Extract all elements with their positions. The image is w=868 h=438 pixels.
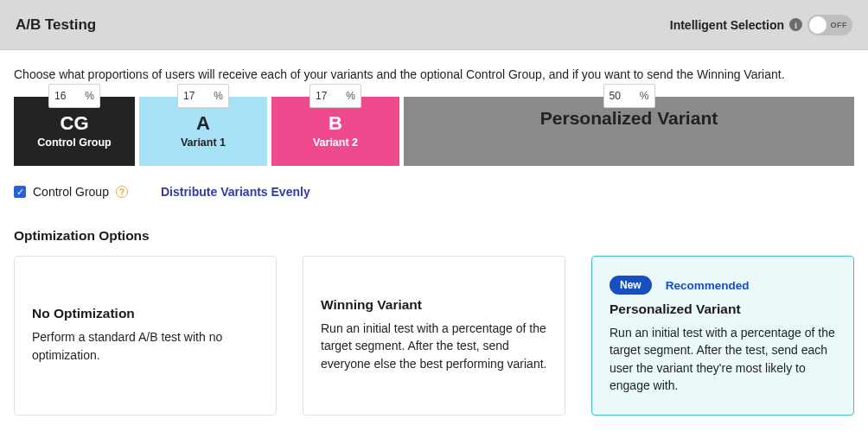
tile-caption: Variant 2 xyxy=(313,136,358,149)
pct-input-a[interactable]: 17 % xyxy=(177,84,229,108)
optimization-cards: No Optimization Perform a standard A/B t… xyxy=(14,256,854,416)
header-bar: A/B Testing Intelligent Selection i OFF xyxy=(0,0,868,50)
card-top-row: New Recommended xyxy=(610,276,836,295)
tile-code: A xyxy=(196,114,210,133)
tile-code: B xyxy=(329,114,342,133)
percent-icon: % xyxy=(85,90,94,102)
pct-input-pv[interactable]: 50 % xyxy=(603,84,655,108)
intelligent-selection-group: Intelligent Selection i OFF xyxy=(670,15,852,35)
description-text: Choose what proportions of users will re… xyxy=(14,67,854,81)
tile-caption: Control Group xyxy=(37,136,111,149)
recommended-label: Recommended xyxy=(666,279,750,292)
percent-icon: % xyxy=(640,90,649,102)
card-title: Winning Variant xyxy=(321,297,547,313)
tile-code: CG xyxy=(61,114,89,133)
main-content: Choose what proportions of users will re… xyxy=(0,50,868,433)
intelligent-selection-label: Intelligent Selection xyxy=(670,18,784,32)
pct-value: 17 xyxy=(316,90,327,102)
pct-input-cg[interactable]: 16 % xyxy=(48,84,100,108)
pct-value: 16 xyxy=(54,90,66,102)
help-icon[interactable]: ? xyxy=(116,186,128,198)
tile-control-group[interactable]: 16 % CG Control Group xyxy=(14,97,135,166)
distribution-tiles: 16 % CG Control Group 17 % A Variant 1 1… xyxy=(14,97,854,166)
tile-personalized-variant[interactable]: 50 % Personalized Variant xyxy=(404,97,854,166)
card-no-optimization[interactable]: No Optimization Perform a standard A/B t… xyxy=(14,256,277,416)
card-title: No Optimization xyxy=(32,306,258,321)
control-group-checkbox-group: ✓ Control Group ? xyxy=(14,185,128,199)
card-winning-variant[interactable]: Winning Variant Run an initial test with… xyxy=(303,256,565,416)
card-personalized-variant[interactable]: New Recommended Personalized Variant Run… xyxy=(591,256,854,416)
distribute-evenly-link[interactable]: Distribute Variants Evenly xyxy=(161,185,310,199)
tile-caption: Variant 1 xyxy=(181,136,226,149)
intelligent-selection-toggle[interactable]: OFF xyxy=(807,15,852,35)
info-icon[interactable]: i xyxy=(789,18,802,31)
tile-variant-b[interactable]: 17 % B Variant 2 xyxy=(271,97,399,166)
toggle-state-text: OFF xyxy=(831,21,848,29)
percent-icon: % xyxy=(214,90,223,102)
control-group-checkbox[interactable]: ✓ xyxy=(14,186,26,198)
card-body: Run an initial test with a percentage of… xyxy=(321,320,547,372)
percent-icon: % xyxy=(346,90,355,102)
card-body: Perform a standard A/B test with no opti… xyxy=(32,328,258,364)
optimization-heading: Optimization Options xyxy=(14,228,854,244)
pct-input-b[interactable]: 17 % xyxy=(310,84,361,108)
pct-value: 17 xyxy=(183,90,195,102)
card-body: Run an initial test with a percentage of… xyxy=(610,324,836,394)
card-title: Personalized Variant xyxy=(610,302,836,317)
page-title: A/B Testing xyxy=(16,16,96,34)
pct-value: 50 xyxy=(610,90,621,102)
new-badge: New xyxy=(610,276,652,295)
controls-row: ✓ Control Group ? Distribute Variants Ev… xyxy=(14,185,854,199)
tile-code: Personalized Variant xyxy=(540,109,718,127)
toggle-knob xyxy=(809,16,827,34)
control-group-label: Control Group xyxy=(33,185,109,199)
tile-variant-a[interactable]: 17 % A Variant 1 xyxy=(139,97,267,166)
